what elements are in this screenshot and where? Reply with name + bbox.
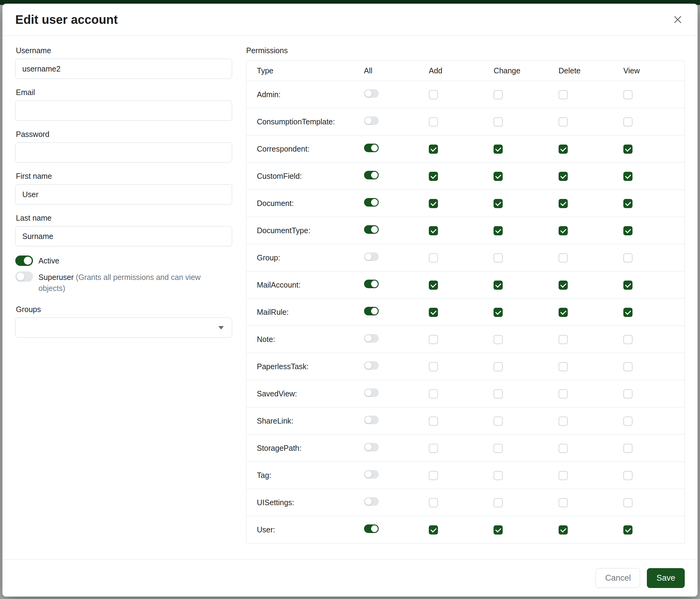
permission-all-toggle[interactable]: [364, 171, 379, 179]
permission-view-checkbox[interactable]: [623, 226, 632, 235]
permission-change-checkbox[interactable]: [494, 498, 503, 507]
permission-view-checkbox[interactable]: [623, 117, 632, 126]
permission-view-checkbox[interactable]: [623, 471, 632, 480]
permission-delete-checkbox[interactable]: [558, 389, 568, 399]
permission-type-label: Tag:: [247, 462, 360, 489]
permission-add-checkbox[interactable]: [429, 389, 438, 399]
toggle-knob: [17, 272, 24, 281]
permission-change-checkbox[interactable]: [494, 525, 503, 534]
password-input[interactable]: [15, 142, 232, 163]
permission-delete-checkbox[interactable]: [558, 90, 568, 99]
first-name-input[interactable]: [15, 184, 232, 205]
permission-view-checkbox[interactable]: [623, 362, 632, 371]
permission-delete-checkbox[interactable]: [558, 362, 568, 371]
permission-delete-checkbox[interactable]: [558, 471, 568, 480]
permission-delete-checkbox[interactable]: [558, 525, 568, 534]
permission-view-checkbox[interactable]: [623, 444, 632, 453]
permission-change-checkbox[interactable]: [494, 281, 503, 290]
permission-delete-checkbox[interactable]: [558, 281, 568, 290]
permission-add-checkbox[interactable]: [429, 199, 438, 208]
permission-all-toggle[interactable]: [364, 225, 379, 234]
column-header-all: All: [360, 61, 425, 81]
permission-all-toggle[interactable]: [364, 198, 379, 207]
permission-change-checkbox[interactable]: [494, 117, 503, 126]
permission-view-checkbox[interactable]: [623, 253, 632, 263]
permission-all-toggle[interactable]: [364, 443, 379, 451]
permission-delete-checkbox[interactable]: [558, 226, 568, 235]
permission-add-checkbox[interactable]: [429, 444, 438, 453]
permission-add-checkbox[interactable]: [429, 498, 438, 507]
permission-change-checkbox[interactable]: [494, 308, 503, 317]
groups-select[interactable]: [15, 317, 232, 338]
permission-all-toggle[interactable]: [364, 470, 379, 479]
permission-delete-checkbox[interactable]: [558, 308, 568, 317]
active-toggle[interactable]: [15, 256, 33, 266]
permission-add-checkbox[interactable]: [429, 117, 438, 126]
last-name-input[interactable]: [15, 226, 232, 246]
permission-view-checkbox[interactable]: [623, 199, 632, 208]
permission-change-checkbox[interactable]: [494, 172, 503, 181]
permission-type-label: Group:: [247, 244, 360, 271]
permission-change-checkbox[interactable]: [494, 389, 503, 399]
permission-delete-checkbox[interactable]: [558, 145, 568, 154]
permission-add-checkbox[interactable]: [429, 416, 438, 426]
permission-all-toggle[interactable]: [364, 89, 379, 98]
permission-add-checkbox[interactable]: [429, 308, 438, 317]
permission-all-toggle[interactable]: [364, 388, 379, 397]
cancel-button[interactable]: Cancel: [596, 568, 640, 588]
permission-delete-checkbox[interactable]: [558, 498, 568, 507]
permission-view-checkbox[interactable]: [623, 308, 632, 317]
permission-delete-checkbox[interactable]: [558, 335, 568, 344]
permission-delete-checkbox[interactable]: [558, 172, 568, 181]
permission-view-checkbox[interactable]: [623, 90, 632, 99]
permission-add-checkbox[interactable]: [429, 471, 438, 480]
permission-all-toggle[interactable]: [364, 144, 379, 152]
permission-delete-checkbox[interactable]: [558, 253, 568, 263]
permission-change-checkbox[interactable]: [494, 226, 503, 235]
superuser-toggle[interactable]: [15, 271, 33, 282]
permission-change-checkbox[interactable]: [494, 199, 503, 208]
permission-view-checkbox[interactable]: [623, 335, 632, 344]
permission-all-toggle[interactable]: [364, 524, 379, 533]
permission-change-checkbox[interactable]: [494, 335, 503, 344]
permission-view-checkbox[interactable]: [623, 281, 632, 290]
permission-delete-checkbox[interactable]: [558, 117, 568, 126]
permission-delete-checkbox[interactable]: [558, 444, 568, 453]
permission-change-checkbox[interactable]: [494, 416, 503, 426]
permission-all-toggle[interactable]: [364, 361, 379, 370]
permission-delete-checkbox[interactable]: [558, 199, 568, 208]
permission-view-checkbox[interactable]: [623, 389, 632, 399]
permission-view-checkbox[interactable]: [623, 525, 632, 534]
permission-all-toggle[interactable]: [364, 280, 379, 288]
username-input[interactable]: [15, 59, 232, 79]
permission-all-toggle[interactable]: [364, 416, 379, 424]
permission-view-checkbox[interactable]: [623, 498, 632, 507]
permission-change-checkbox[interactable]: [494, 145, 503, 154]
permission-change-checkbox[interactable]: [494, 471, 503, 480]
permission-add-checkbox[interactable]: [429, 172, 438, 181]
permission-add-checkbox[interactable]: [429, 253, 438, 263]
permission-add-checkbox[interactable]: [429, 90, 438, 99]
permission-all-toggle[interactable]: [364, 116, 379, 125]
permission-change-checkbox[interactable]: [494, 90, 503, 99]
permission-change-checkbox[interactable]: [494, 362, 503, 371]
permission-delete-checkbox[interactable]: [558, 416, 568, 426]
save-button[interactable]: Save: [647, 568, 685, 588]
permission-view-checkbox[interactable]: [623, 172, 632, 181]
permission-view-checkbox[interactable]: [623, 145, 632, 154]
permission-change-checkbox[interactable]: [494, 444, 503, 453]
permission-change-checkbox[interactable]: [494, 253, 503, 263]
permission-all-toggle[interactable]: [364, 253, 379, 261]
permission-add-checkbox[interactable]: [429, 335, 438, 344]
permission-all-toggle[interactable]: [364, 334, 379, 342]
permission-view-checkbox[interactable]: [623, 416, 632, 426]
permission-add-checkbox[interactable]: [429, 226, 438, 235]
permission-add-checkbox[interactable]: [429, 281, 438, 290]
permission-add-checkbox[interactable]: [429, 145, 438, 154]
email-input[interactable]: [15, 100, 232, 121]
permission-all-toggle[interactable]: [364, 307, 379, 315]
close-button[interactable]: [671, 13, 685, 27]
permission-all-toggle[interactable]: [364, 497, 379, 506]
permission-add-checkbox[interactable]: [429, 525, 438, 534]
permission-add-checkbox[interactable]: [429, 362, 438, 371]
